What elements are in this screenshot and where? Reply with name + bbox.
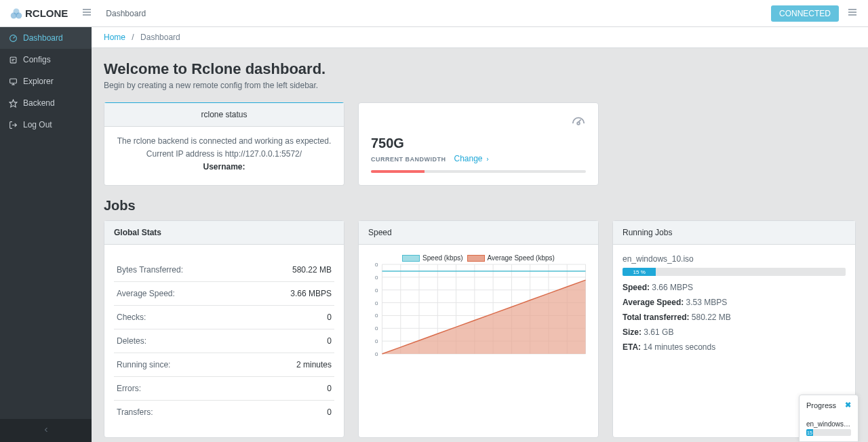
svg-text:0: 0 [375,262,378,268]
legend-swatch-avg [467,255,485,262]
sidebar-item-backend[interactable]: Backend [0,92,92,114]
stats-row: Average Speed:3.66 MBPS [114,282,334,306]
sidebar-item-dashboard[interactable]: Dashboard [0,27,92,49]
job-avg-label: Average Speed: [623,298,684,307]
sidebar-item-configs[interactable]: Configs [0,49,92,71]
job-speed-label: Speed: [623,283,650,292]
job-size-label: Size: [623,327,642,337]
sidebar: Dashboard Configs Explorer Backend Log O… [0,27,92,442]
stats-row: Errors:0 [114,377,334,401]
sidebar-item-logout[interactable]: Log Out [0,114,92,136]
svg-marker-9 [9,100,17,107]
stats-row: Bytes Transferred:580.22 MB [114,258,334,282]
monitor-icon [8,77,18,86]
chart-legend: Speed (kbps) Average Speed (kbps) [368,254,589,262]
status-line2: Current IP address is http://127.0.0.1:5… [113,148,336,161]
change-link[interactable]: Change [454,154,490,163]
job-speed-val: 3.66 MBPS [652,283,693,292]
app-header: RCLONE Dashboard CONNECTED [0,0,868,27]
stats-value: 0 [327,407,332,417]
job-avg-val: 3.53 MBPS [686,298,728,307]
popup-filename: en_windows_10.iso [806,420,851,428]
speed-header: Speed [359,221,598,245]
stats-value: 0 [327,384,332,393]
global-stats-card: Global Stats Bytes Transferred:580.22 MB… [104,220,344,438]
popup-title: Progress [806,401,836,409]
global-stats-header: Global Stats [104,221,344,245]
job-tot-label: Total transferred: [623,313,689,322]
stats-value: 580.22 MB [292,265,332,275]
speed-card: Speed Speed (kbps) Average Speed (kbps) … [358,220,599,438]
stats-value: 2 minutes [296,360,332,369]
svg-rect-7 [10,57,16,63]
sidebar-item-label: Explorer [23,77,54,86]
menu-toggle-icon[interactable] [81,7,92,20]
stats-row: Transfers:0 [114,401,334,424]
status-card-header: rclone status [104,103,344,127]
sidebar-item-label: Configs [23,55,51,64]
breadcrumb-sep: / [132,33,134,42]
stats-label: Bytes Transferred: [117,265,183,275]
svg-text:0: 0 [375,313,378,319]
stats-value: 0 [327,336,332,346]
jobs-heading: Jobs [104,198,856,214]
legend-label-avg: Average Speed (kbps) [488,254,555,262]
brand-text: RCLONE [25,7,68,19]
job-filename: en_windows_10.iso [623,254,846,264]
stats-row: Running since:2 minutes [114,353,334,377]
job-eta-label: ETA: [623,342,641,352]
speed-chart: 00000000 [368,262,589,357]
svg-point-10 [577,122,580,125]
bandwidth-progress-bg [371,170,586,173]
popup-progress-bg: 15 [806,429,851,436]
logo: RCLONE [10,7,68,20]
job-tot-val: 580.22 MB [692,313,731,322]
svg-rect-8 [9,79,16,83]
star-icon [8,98,18,108]
popup-progress: 15 [806,429,813,436]
menu-right-icon[interactable] [847,7,858,20]
stats-row: Deletes:0 [114,329,334,353]
sidebar-item-explorer[interactable]: Explorer [0,71,92,92]
stats-label: Average Speed: [117,289,175,298]
legend-label-speed: Speed (kbps) [422,254,462,262]
stats-label: Deletes: [117,336,146,346]
svg-text:0: 0 [375,275,378,281]
logout-icon [8,120,18,129]
status-username-label: Username: [203,162,245,172]
connected-button[interactable]: CONNECTED [771,5,839,22]
stats-label: Transfers: [117,407,153,417]
stats-label: Running since: [117,360,170,369]
header-left: RCLONE Dashboard [10,7,146,20]
running-header: Running Jobs [613,221,855,245]
progress-popup: Progress ✖ en_windows_10.iso 15 [799,395,859,442]
stats-value: 3.66 MBPS [290,289,332,298]
change-link-text: Change [454,154,483,163]
page-title: Welcome to Rclone dashboard. [104,60,856,78]
main-content: Home / Dashboard Welcome to Rclone dashb… [92,27,868,442]
header-right: CONNECTED [771,5,858,22]
stats-row: Checks:0 [114,306,334,329]
svg-text:0: 0 [375,300,378,306]
rclone-logo-icon [10,7,22,20]
gauge-icon [571,115,586,132]
status-card: rclone status The rclone backend is conn… [104,102,344,186]
popup-close-icon[interactable]: ✖ [845,401,851,409]
breadcrumb-home[interactable]: Home [104,33,125,42]
job-progress-bg: 15 % [623,268,846,276]
bandwidth-label: CURRENT BANDWIDTH [371,156,446,163]
breadcrumb-current: Dashboard [140,33,180,42]
page-subtitle: Begin by creating a new remote config fr… [104,81,856,90]
note-icon [8,55,18,64]
job-progress: 15 % [623,268,656,276]
sidebar-collapse[interactable] [0,419,92,442]
job-size-val: 3.61 GB [644,327,673,337]
stats-label: Errors: [117,384,141,393]
breadcrumb: Home / Dashboard [92,27,868,48]
legend-swatch-speed [402,255,420,262]
sidebar-item-label: Log Out [23,120,52,129]
stats-value: 0 [327,313,332,322]
job-eta-val: 14 minutes seconds [643,342,715,352]
svg-text:0: 0 [375,287,378,294]
svg-text:0: 0 [375,338,378,344]
